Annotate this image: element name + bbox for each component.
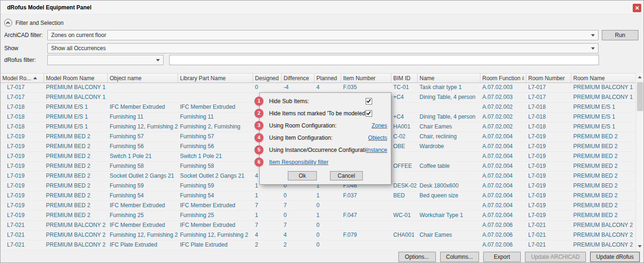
drofus-filter-label: dRofus filter: (4, 57, 36, 63)
table-cell: IFC Plate Extruded (108, 240, 178, 250)
table-cell: 0 (282, 211, 315, 220)
column-header[interactable]: Difference (282, 74, 315, 83)
table-cell: A.07.02.004 (480, 201, 526, 210)
column-header[interactable]: Item Number (341, 74, 391, 83)
table-cell: Furnishing 11 (178, 113, 253, 122)
column-header-label: Name (419, 75, 434, 82)
column-header-label: Room Function #: (482, 75, 524, 82)
checkmark-icon (367, 98, 371, 103)
scrollbar-thumb[interactable] (637, 82, 643, 111)
zones-link[interactable]: Zones (372, 122, 387, 129)
column-header[interactable]: Name (418, 74, 480, 83)
column-header[interactable]: Model Ro... (0, 74, 44, 83)
close-button[interactable] (633, 4, 641, 12)
table-cell: Chair Eames (418, 122, 480, 132)
table-cell: PREMIUM E/S 1 (44, 103, 108, 112)
table-cell: Socket Outlet 2 Gangs 21 (108, 172, 178, 181)
table-cell: L7-018 (526, 122, 571, 132)
column-header[interactable]: Room Function #: (480, 74, 526, 83)
hide-sub-items-checkbox[interactable] (366, 98, 372, 105)
table-row[interactable]: L7-021PREMIUM BALCONY 2Furnishing 12, Fu… (0, 231, 637, 240)
objects-link[interactable]: Objects (368, 135, 387, 141)
update-archicad-button[interactable]: Update ARCHICAD (525, 252, 586, 262)
drofus-filter-input[interactable] (169, 55, 599, 65)
table-cell: Furnishing 57 (178, 132, 253, 142)
table-row[interactable]: L7-019PREMIUM BED 2IFC Member ExtrudedIF… (0, 201, 637, 211)
ok-button[interactable]: Ok (288, 171, 317, 180)
archicad-filter-dropdown[interactable]: Zones on current floor (47, 30, 599, 40)
table-cell: PREMIUM BED 2 (571, 201, 637, 210)
filter-panel: Filter and Selection ArchiCAD filter: Zo… (0, 15, 644, 73)
column-header[interactable]: Room Number (526, 74, 571, 83)
item-responsibility-filter-link[interactable]: Item Responsibility filter (269, 159, 329, 165)
table-cell: Socket Outlet 2 Gangs 21 (178, 172, 253, 181)
hide-unmarked-items-checkbox[interactable] (366, 110, 372, 117)
table-cell: L7-019 (526, 152, 571, 161)
table-cell (341, 201, 391, 210)
table-row[interactable]: L7-019PREMIUM BED 2Furnishing 54Furnishi… (0, 191, 637, 201)
scroll-up-button[interactable] (636, 73, 644, 81)
column-header[interactable]: Room Name (571, 74, 637, 83)
table-cell: IFC Member Extruded (178, 221, 253, 230)
table-cell: PREMIUM BED 2 (44, 181, 108, 191)
show-value: Show all Occurrences (51, 45, 106, 52)
table-cell: A.07.02.004 (480, 191, 526, 201)
vertical-scrollbar[interactable] (636, 73, 644, 250)
table-row[interactable]: L7-019PREMIUM BED 2Furnishing 25Furnishi… (0, 211, 637, 221)
table-cell: A.07.02.004 (480, 162, 526, 171)
table-cell (178, 93, 253, 102)
scroll-down-button[interactable] (636, 242, 644, 250)
table-cell: A.07.02.006 (480, 231, 526, 240)
collapse-section-button[interactable] (4, 19, 12, 27)
table-cell: 0 (315, 231, 341, 240)
table-cell: PREMIUM BED 2 (571, 142, 637, 151)
table-cell (341, 240, 391, 250)
column-header[interactable]: Planned (315, 74, 341, 83)
table-cell: PREMIUM E/S 1 (44, 122, 108, 132)
table-cell: L7-019 (0, 152, 44, 161)
table-cell: L7-018 (526, 103, 571, 112)
table-cell: TC-01 (391, 83, 418, 92)
column-header[interactable]: Designed (253, 74, 282, 83)
columns-button[interactable]: Columns... (440, 252, 479, 262)
column-header[interactable]: BIM ID (391, 74, 418, 83)
table-cell: A.07.02.006 (480, 221, 526, 230)
table-cell: 2 (282, 240, 315, 250)
drofus-filter-dropdown[interactable] (47, 55, 164, 65)
run-button[interactable]: Run (602, 30, 638, 40)
table-cell: HA001 (391, 122, 418, 132)
table-cell: 1 (315, 191, 341, 201)
drofus-model-equipment-panel: dRofus Model Equipment Panel Filter and … (0, 0, 644, 263)
export-button[interactable]: Export (483, 252, 521, 262)
table-cell: IFC Member Extruded (108, 221, 178, 230)
table-cell: 1 (315, 211, 341, 220)
table-cell: A.07.02.004 (480, 211, 526, 220)
table-row[interactable]: L7-017PREMIUM BALCONY 10-44F.035TC-01Tas… (0, 83, 637, 93)
table-cell: L7-017 (0, 93, 44, 102)
column-header[interactable]: Object name (108, 74, 178, 83)
table-row[interactable]: L7-021PREMIUM BALCONY 2IFC Member Extrud… (0, 221, 637, 231)
table-cell: L7-019 (526, 201, 571, 210)
options-button[interactable]: Options... (398, 252, 436, 262)
update-drofus-button[interactable]: Update dRofus (590, 252, 640, 262)
table-cell: A.07.02.006 (480, 240, 526, 250)
column-header-label: Object name (110, 75, 142, 82)
table-cell (391, 152, 418, 161)
column-header[interactable]: Library Part Name (178, 74, 253, 83)
table-cell: A.07.02.004 (480, 132, 526, 142)
table-cell: 0 (282, 191, 315, 201)
column-header[interactable]: Model Room Name (44, 74, 108, 83)
instance-link[interactable]: Instance (366, 147, 387, 153)
show-dropdown[interactable]: Show all Occurrences (47, 43, 599, 53)
table-cell (178, 83, 253, 92)
table-cell: Furnishing 12, Furnishing 2 (108, 231, 178, 240)
table-cell: IFC Member Extruded (178, 103, 253, 112)
table-cell: A.07.02.004 (480, 172, 526, 181)
table-row[interactable]: L7-021PREMIUM BALCONY 2IFC Plate Extrude… (0, 240, 637, 250)
table-cell: Furnishing 57 (108, 132, 178, 142)
cancel-button[interactable]: Cancel (330, 171, 363, 180)
table-cell: PREMIUM E/S 1 (571, 122, 637, 132)
column-header-label: Planned (316, 75, 337, 82)
table-cell: 4 (315, 83, 341, 92)
window-title: dRofus Model Equipment Panel (7, 4, 91, 11)
